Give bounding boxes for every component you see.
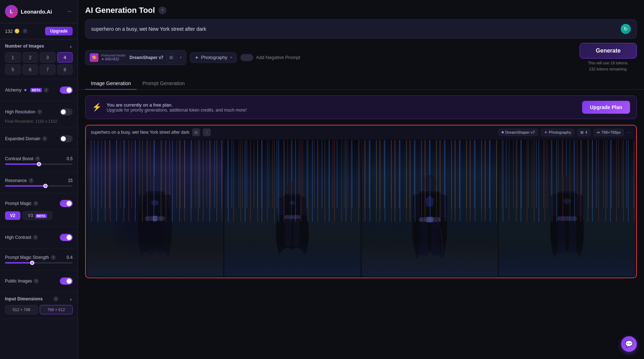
resonance-section: Resonance ? 15: [0, 172, 78, 193]
num-btn-6[interactable]: 6: [23, 64, 38, 75]
pm-v2-button[interactable]: V2: [5, 211, 20, 220]
dim-btn-512x768[interactable]: 512 × 768: [5, 305, 38, 314]
style-meta-icon: ✦: [544, 130, 547, 135]
pm-strength-help-icon[interactable]: ?: [51, 255, 56, 260]
lightning-icon: ⚡: [92, 103, 102, 112]
sidebar: L Leonardo.Ai ← 132 🪙 ? Upgrade Number o…: [0, 0, 78, 359]
style-chevron-icon: ▾: [230, 55, 232, 59]
generate-button[interactable]: Generate: [580, 43, 637, 59]
refresh-icon[interactable]: ↻: [621, 24, 631, 34]
tab-prompt-generation[interactable]: Prompt Generation: [137, 78, 190, 90]
back-button[interactable]: ←: [67, 8, 73, 15]
num-btn-7[interactable]: 7: [40, 64, 55, 75]
expanded-domain-help-icon[interactable]: ?: [42, 136, 47, 141]
alchemy-icon: ✦: [23, 87, 28, 93]
model-name-label: DreamShaper v7: [130, 55, 164, 60]
generated-image-3[interactable]: [362, 140, 498, 276]
token-help-icon[interactable]: ?: [23, 29, 28, 34]
public-images-label: Public Images ?: [5, 279, 39, 284]
high-contrast-toggle[interactable]: [60, 234, 73, 241]
banner-title: You are currently on a free plan.: [107, 102, 577, 108]
contrast-boost-track[interactable]: [5, 163, 73, 165]
gen-area-header: superhero on a busy, wet New York street…: [86, 126, 636, 139]
main-content: AI Generation Tool ? ↻ 🎨 Finetuned Model…: [78, 0, 644, 359]
resonance-value: 15: [68, 178, 73, 183]
pm-strength-thumb[interactable]: [30, 261, 34, 265]
token-icon: 🪙: [14, 29, 20, 34]
upgrade-plan-button[interactable]: Upgrade Plan: [582, 101, 630, 114]
generate-area: Generate This will use 18 tokens. 132 to…: [580, 43, 637, 72]
public-images-help-icon[interactable]: ?: [34, 279, 39, 284]
style-meta-badge: ✦ Photography: [541, 129, 574, 136]
high-contrast-help-icon[interactable]: ?: [33, 235, 38, 240]
upgrade-banner: ⚡ You are currently on a free plan. Upgr…: [85, 95, 637, 119]
public-images-toggle[interactable]: [60, 277, 73, 285]
model-sub-label: Finetuned Model: [101, 54, 125, 57]
pm-v3-button[interactable]: V3 BETA: [23, 211, 52, 220]
app-title: AI Generation Tool: [85, 6, 155, 15]
contrast-boost-help-icon[interactable]: ?: [35, 156, 40, 161]
upload-icon[interactable]: ↑: [203, 128, 211, 136]
svg-rect-29: [558, 221, 565, 253]
pm-v3-beta-badge: BETA: [35, 214, 47, 218]
token-area: 132 🪙 ? Upgrade: [0, 23, 78, 39]
expanded-domain-section: Expanded Domain ?: [0, 128, 78, 150]
style-icon: ✦: [195, 55, 199, 60]
alchemy-help-icon[interactable]: ?: [44, 88, 49, 93]
generated-image-4[interactable]: [499, 140, 635, 276]
chat-icon: 💬: [625, 340, 633, 348]
alchemy-section: Alchemy ✦ BETA ?: [0, 79, 78, 101]
high-contrast-section: High Contrast ?: [0, 227, 78, 249]
prompt-bar: ↻: [85, 19, 637, 39]
high-resolution-section: High Resolution ? Final Resolution: 1152…: [0, 101, 78, 128]
prompt-magic-help-icon[interactable]: ?: [33, 201, 38, 206]
prompt-input[interactable]: [91, 26, 617, 32]
alchemy-toggle[interactable]: [60, 87, 73, 94]
style-selector[interactable]: ✦ Photography ▾: [190, 52, 237, 63]
svg-rect-21: [420, 222, 428, 255]
expanded-domain-toggle[interactable]: [60, 135, 73, 142]
neg-prompt-toggle[interactable]: [240, 54, 253, 61]
high-resolution-label: High Resolution ?: [5, 109, 42, 114]
prompt-magic-toggle[interactable]: [60, 200, 73, 207]
chevron-down-icon: ▲: [69, 44, 73, 48]
num-btn-5[interactable]: 5: [5, 64, 21, 75]
contrast-boost-thumb[interactable]: [37, 162, 41, 166]
svg-rect-14: [293, 218, 299, 246]
num-btn-3[interactable]: 3: [40, 52, 55, 63]
generated-image-2[interactable]: [224, 140, 361, 276]
model-size-label: ✦ 640×832: [101, 57, 125, 61]
pm-strength-track[interactable]: [5, 262, 73, 264]
generated-image-1[interactable]: [87, 140, 223, 276]
num-btn-1[interactable]: 1: [5, 52, 21, 63]
svg-rect-22: [431, 222, 439, 255]
neg-prompt-label: Add Negative Prompt: [256, 55, 301, 60]
more-options-icon[interactable]: ···: [627, 129, 631, 135]
tab-image-generation[interactable]: Image Generation: [85, 78, 137, 90]
upgrade-button[interactable]: Upgrade: [45, 27, 73, 35]
model-icon-btn[interactable]: ⊞: [166, 53, 176, 63]
city-bg-4: [499, 140, 635, 222]
app-help-button[interactable]: ?: [158, 6, 166, 14]
input-dimensions-help-icon[interactable]: ?: [53, 296, 58, 301]
size-icon: ⇔: [597, 130, 600, 135]
resonance-thumb[interactable]: [43, 184, 48, 188]
num-btn-8[interactable]: 8: [57, 64, 73, 75]
num-btn-4[interactable]: 4: [57, 52, 73, 63]
copy-icon[interactable]: ⧉: [192, 128, 200, 136]
svg-rect-30: [569, 221, 576, 253]
num-images-grid: 1 2 3 4 5 6 7 8: [5, 52, 73, 75]
generated-images-area: superhero on a busy, wet New York street…: [85, 125, 637, 278]
dim-btn-768x512[interactable]: 768 × 512: [40, 305, 73, 314]
high-resolution-toggle[interactable]: [60, 108, 73, 115]
resonance-help-icon[interactable]: ?: [29, 178, 34, 183]
chat-fab-button[interactable]: 💬: [621, 336, 637, 352]
model-selector[interactable]: 🎨 Finetuned Model ✦ 640×832 DreamShaper …: [85, 50, 186, 65]
num-btn-2[interactable]: 2: [23, 52, 38, 63]
contrast-boost-section: Contrast Boost ? 0.5: [0, 150, 78, 172]
topbar: AI Generation Tool ? ↻ 🎨 Finetuned Model…: [78, 0, 644, 73]
high-res-help-icon[interactable]: ?: [37, 109, 42, 114]
resonance-slider-row: Resonance ? 15: [5, 176, 73, 189]
resonance-track[interactable]: [5, 185, 73, 187]
token-count: 132 🪙: [5, 29, 20, 34]
